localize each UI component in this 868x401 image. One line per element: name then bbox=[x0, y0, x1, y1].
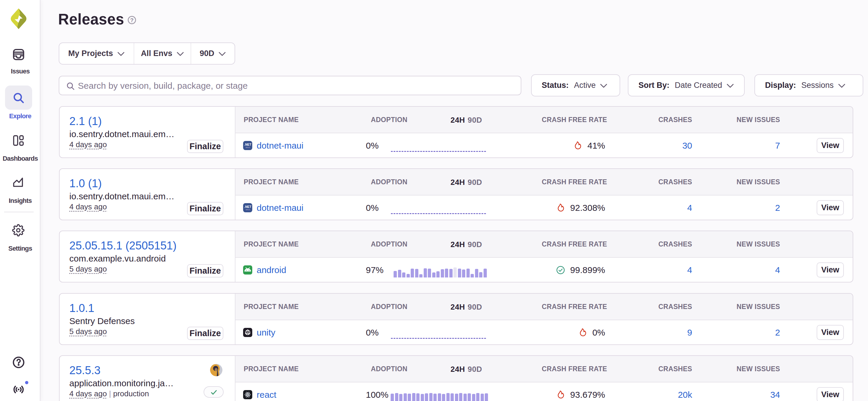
svg-text:MAUI: MAUI bbox=[246, 146, 250, 148]
svg-text:.NET: .NET bbox=[244, 205, 252, 208]
svg-text:.NET: .NET bbox=[244, 143, 252, 146]
svg-text:MAUI: MAUI bbox=[246, 209, 250, 210]
